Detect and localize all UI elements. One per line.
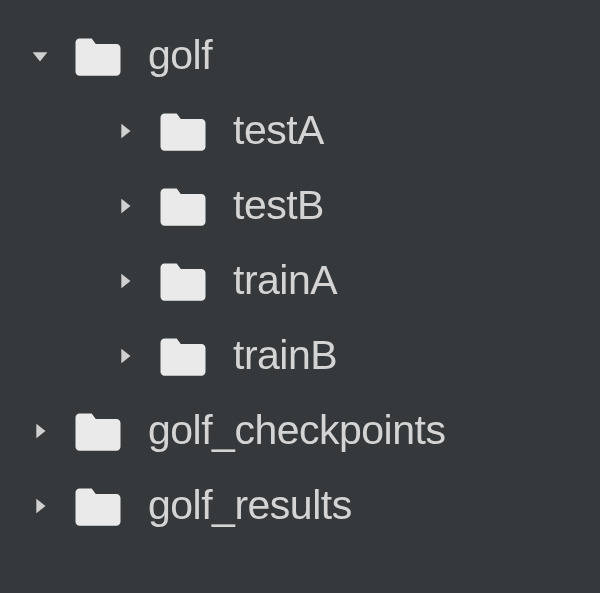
tree-item-label: golf_results [148, 482, 352, 529]
tree-item-label: testB [233, 182, 324, 229]
chevron-right-icon[interactable] [105, 111, 145, 151]
chevron-right-icon[interactable] [20, 486, 60, 526]
tree-item-testB[interactable]: testB [0, 168, 600, 243]
tree-item-label: trainB [233, 332, 337, 379]
tree-item-trainA[interactable]: trainA [0, 243, 600, 318]
tree-item-trainB[interactable]: trainB [0, 318, 600, 393]
chevron-right-icon[interactable] [105, 336, 145, 376]
tree-item-golf-checkpoints[interactable]: golf_checkpoints [0, 393, 600, 468]
tree-item-label: golf [148, 32, 212, 79]
folder-icon [70, 403, 126, 459]
folder-icon [155, 328, 211, 384]
tree-item-label: trainA [233, 257, 337, 304]
tree-item-label: testA [233, 107, 324, 154]
folder-icon [155, 253, 211, 309]
tree-item-testA[interactable]: testA [0, 93, 600, 168]
folder-icon [155, 103, 211, 159]
tree-item-golf-results[interactable]: golf_results [0, 468, 600, 543]
tree-item-label: golf_checkpoints [148, 407, 445, 454]
tree-item-golf[interactable]: golf [0, 18, 600, 93]
folder-icon [70, 478, 126, 534]
chevron-right-icon[interactable] [20, 411, 60, 451]
folder-icon [155, 178, 211, 234]
chevron-down-icon[interactable] [20, 36, 60, 76]
chevron-right-icon[interactable] [105, 261, 145, 301]
chevron-right-icon[interactable] [105, 186, 145, 226]
folder-icon [70, 28, 126, 84]
